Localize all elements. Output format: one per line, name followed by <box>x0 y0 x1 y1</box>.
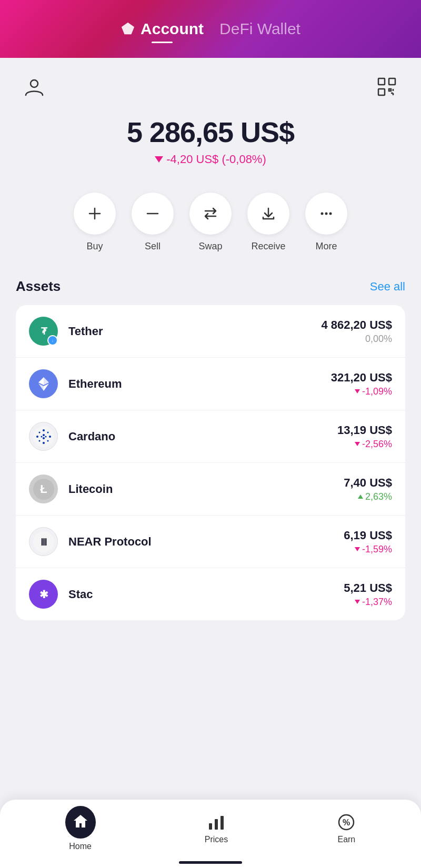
ethereum-logo <box>29 369 58 398</box>
prices-icon <box>207 813 226 832</box>
bottom-indicator <box>179 861 242 864</box>
buy-button[interactable]: Buy <box>74 193 116 252</box>
balance-change-text: -4,20 US$ (-0,08%) <box>166 153 266 166</box>
stacks-logo-wrap: ✱ <box>29 580 58 609</box>
assets-title: Assets <box>16 278 61 295</box>
asset-values: 13,19 US$ -2,56% <box>337 423 392 450</box>
svg-point-26 <box>43 442 45 444</box>
nav-prices-label: Prices <box>205 835 228 844</box>
svg-text:%: % <box>343 818 350 827</box>
asset-change: -2,56% <box>337 439 392 450</box>
svg-point-22 <box>43 429 45 431</box>
asset-name: Stac <box>68 588 344 601</box>
asset-change: -1,37% <box>344 597 392 608</box>
home-icon <box>65 806 96 839</box>
asset-list: ₮ ↓ Tether 4 862,20 US$ <box>16 305 405 620</box>
svg-point-33 <box>41 436 42 437</box>
nav-earn-label: Earn <box>337 835 355 844</box>
asset-values: 7,40 US$ 2,63% <box>344 476 392 502</box>
up-arrow-icon <box>358 494 363 499</box>
asset-amount: 5,21 US$ <box>344 581 392 595</box>
list-item[interactable]: Cardano 13,19 US$ -2,56% <box>16 410 405 463</box>
asset-amount: 4 862,20 US$ <box>321 318 392 332</box>
svg-point-23 <box>47 431 48 433</box>
asset-amount: 7,40 US$ <box>344 476 392 490</box>
down-arrow-icon <box>355 547 360 551</box>
svg-point-24 <box>49 436 51 438</box>
assets-section: Assets See all ₮ <box>0 263 421 704</box>
diamond-icon <box>121 22 135 36</box>
svg-point-32 <box>43 437 45 439</box>
svg-rect-41 <box>215 819 218 830</box>
bottom-nav: Home Prices % Earn <box>0 800 421 868</box>
swap-label: Swap <box>198 241 222 252</box>
asset-name: Cardano <box>68 430 337 443</box>
balance-amount: 5 286,65 US$ <box>11 116 410 148</box>
down-arrow-icon <box>355 389 360 393</box>
action-buttons: Buy Sell Swap <box>0 171 421 263</box>
list-item[interactable]: Ethereum 321,20 US$ -1,09% <box>16 358 405 410</box>
svg-point-31 <box>45 436 46 437</box>
see-all-button[interactable]: See all <box>370 280 405 294</box>
scroll-area[interactable]: 5 286,65 US$ -4,20 US$ (-0,08%) Buy <box>0 58 421 868</box>
svg-point-9 <box>321 213 324 215</box>
near-logo-wrap: Ⅲ <box>29 527 58 556</box>
svg-rect-3 <box>378 78 385 85</box>
swap-button[interactable]: Swap <box>189 193 232 252</box>
balance-change: -4,20 US$ (-0,08%) <box>11 153 410 166</box>
buy-label: Buy <box>86 241 103 252</box>
asset-values: 6,19 US$ -1,59% <box>344 529 392 555</box>
receive-label: Receive <box>251 241 285 252</box>
asset-change-text: 0,00% <box>365 334 392 345</box>
tether-logo-wrap: ₮ ↓ <box>29 317 58 346</box>
asset-amount: 6,19 US$ <box>344 529 392 542</box>
list-item[interactable]: ✱ Stac 5,21 US$ -1,37% <box>16 568 405 620</box>
top-icons-row <box>0 58 421 105</box>
nav-earn[interactable]: % Earn <box>326 808 366 850</box>
list-item[interactable]: Ⅲ NEAR Protocol 6,19 US$ -1,59% <box>16 516 405 568</box>
account-tab[interactable]: Account <box>121 20 204 38</box>
more-button[interactable]: More <box>305 193 347 252</box>
balance-section: 5 286,65 US$ -4,20 US$ (-0,08%) <box>0 105 421 171</box>
defi-tab[interactable]: DeFi Wallet <box>219 20 300 38</box>
asset-name: Ethereum <box>68 377 331 391</box>
svg-rect-40 <box>209 823 212 830</box>
ethereum-logo-wrap <box>29 369 58 398</box>
asset-change: -1,59% <box>344 544 392 555</box>
asset-values: 4 862,20 US$ 0,00% <box>321 318 392 345</box>
svg-rect-4 <box>389 78 395 85</box>
sell-button[interactable]: Sell <box>132 193 174 252</box>
nav-home-label: Home <box>69 842 92 851</box>
litecoin-logo: Ł <box>29 475 58 503</box>
earn-icon: % <box>337 813 356 832</box>
svg-rect-42 <box>220 816 224 830</box>
asset-change: 0,00% <box>321 334 392 345</box>
nav-home[interactable]: Home <box>55 801 106 856</box>
svg-point-27 <box>38 440 40 441</box>
asset-amount: 13,19 US$ <box>337 423 392 437</box>
svg-point-10 <box>325 213 328 215</box>
down-arrow-icon <box>355 442 360 446</box>
asset-change-text: -1,59% <box>362 544 392 555</box>
receive-button[interactable]: Receive <box>247 193 289 252</box>
stacks-logo: ✱ <box>29 580 58 609</box>
near-logo: Ⅲ <box>29 527 58 556</box>
asset-amount: 321,20 US$ <box>331 371 392 385</box>
profile-icon[interactable] <box>21 74 47 100</box>
asset-change-text: 2,63% <box>365 491 392 502</box>
list-item[interactable]: Ł Litecoin 7,40 US$ 2,63% <box>16 463 405 516</box>
svg-text:Ⅲ: Ⅲ <box>41 537 47 548</box>
nav-prices[interactable]: Prices <box>194 808 238 850</box>
list-item[interactable]: ₮ ↓ Tether 4 862,20 US$ <box>16 305 405 358</box>
svg-point-11 <box>329 213 332 215</box>
asset-change-text: -1,37% <box>362 597 392 608</box>
main-content: 5 286,65 US$ -4,20 US$ (-0,08%) Buy <box>0 58 421 868</box>
header: Account DeFi Wallet <box>0 0 421 58</box>
svg-point-30 <box>43 434 45 436</box>
svg-point-28 <box>36 436 38 438</box>
cardano-logo <box>29 422 58 451</box>
scan-icon[interactable] <box>374 74 400 100</box>
svg-rect-5 <box>378 89 385 95</box>
tether-badge: ↓ <box>47 335 58 346</box>
svg-text:Ł: Ł <box>40 482 47 496</box>
